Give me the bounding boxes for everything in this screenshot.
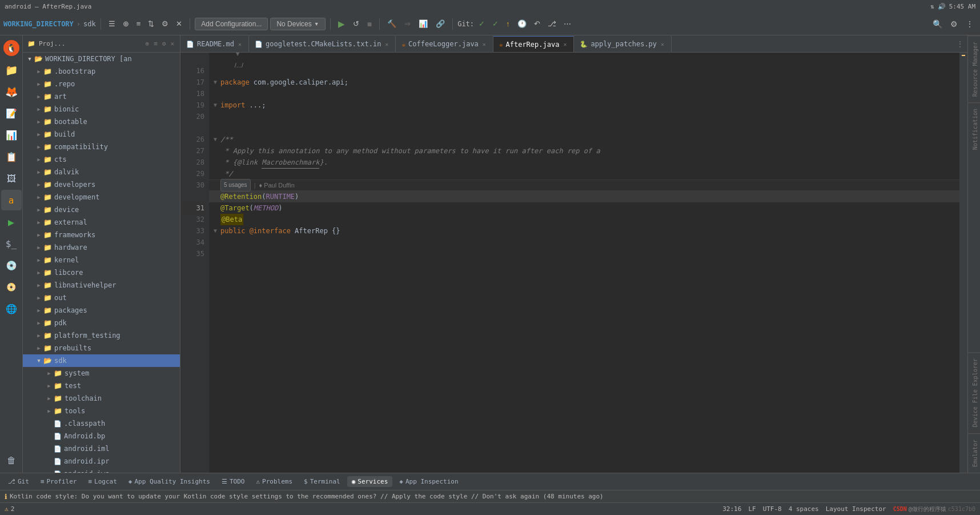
trash-button[interactable]: 🗑	[1, 450, 22, 470]
fold-27[interactable]: ▼	[214, 134, 217, 145]
tree-item-dalvik[interactable]: ▶ 📁 dalvik	[23, 166, 180, 178]
tree-item-android-iws[interactable]: ▶ 📄 android.iws	[23, 468, 180, 473]
tree-item-bootable[interactable]: ▶ 📁 bootable	[23, 115, 180, 128]
project-view-btn[interactable]: ☰	[106, 18, 118, 30]
git-rollback-btn[interactable]: ↶	[531, 18, 543, 30]
profile-btn[interactable]: 📊	[416, 18, 431, 30]
terminal-button[interactable]: $_	[1, 233, 22, 254]
tree-item-test[interactable]: ▶ 📁 test	[23, 380, 180, 392]
tree-item-pdk[interactable]: ▶ 📁 pdk	[23, 317, 180, 329]
panel-close-icon[interactable]: ✕	[169, 39, 175, 49]
fold-icon[interactable]: ▼	[235, 53, 241, 57]
bottom-tab-todo[interactable]: ☰ TODO	[217, 476, 250, 487]
panel-settings-btn[interactable]: ⚙	[159, 18, 171, 30]
sort-btn[interactable]: ⇅	[145, 18, 157, 30]
googletest-tab-close[interactable]: ✕	[384, 41, 389, 48]
tree-item-platform-testing[interactable]: ▶ 📁 platform_testing	[23, 329, 180, 342]
tab-readme[interactable]: 📄 README.md ✕	[180, 36, 249, 52]
deploy-btn[interactable]: ⇒	[401, 18, 413, 30]
bottom-tab-git[interactable]: ⎇ Git	[3, 476, 34, 487]
tree-item-cts[interactable]: ▶ 📁 cts	[23, 153, 180, 166]
encoding-status[interactable]: UTF-8	[763, 505, 782, 513]
tree-item-compatibility[interactable]: ▶ 📁 compatibility	[23, 141, 180, 153]
tree-item-android-iml[interactable]: ▶ 📄 android.iml	[23, 442, 180, 455]
tree-item-libcore[interactable]: ▶ 📁 libcore	[23, 266, 180, 279]
tab-after-rep[interactable]: ☕ AfterRep.java ✕	[493, 36, 575, 52]
no-devices-button[interactable]: No Devices ▼	[270, 18, 325, 30]
tree-item-developers[interactable]: ▶ 📁 developers	[23, 178, 180, 191]
spreadsheet-button[interactable]: 📊	[1, 125, 22, 145]
bottom-tab-profiler[interactable]: ≡ Profiler	[36, 476, 82, 487]
tree-item-bootstrap[interactable]: ▶ 📁 .bootstrap	[23, 65, 180, 78]
git-update-btn[interactable]: ↑	[503, 18, 513, 30]
after-rep-tab-close[interactable]: ✕	[562, 41, 568, 48]
line-col-status[interactable]: 32:16	[722, 505, 741, 513]
tree-item-libnativehelper[interactable]: ▶ 📁 libnativehelper	[23, 279, 180, 292]
filter-btn[interactable]: ≡	[134, 18, 144, 30]
usages-count[interactable]: 5 usages	[220, 179, 251, 191]
apply-patches-tab-close[interactable]: ✕	[660, 41, 665, 48]
close-panel-btn[interactable]: ✕	[173, 18, 185, 30]
bottom-tab-problems[interactable]: ⚠ Problems	[251, 476, 297, 487]
emulator-tab[interactable]: Emulator	[968, 433, 980, 473]
tree-item-frameworks[interactable]: ▶ 📁 frameworks	[23, 229, 180, 241]
git-more-btn[interactable]: ⋯	[561, 18, 574, 30]
tree-item-art[interactable]: ▶ 📁 art	[23, 90, 180, 103]
panel-filter-icon[interactable]: ≡	[152, 39, 159, 49]
document-button[interactable]: 📋	[1, 146, 22, 167]
lf-status[interactable]: LF	[748, 505, 756, 513]
warning-status[interactable]: ⚠ 2	[5, 505, 14, 513]
tree-item-packages[interactable]: ▶ 📁 packages	[23, 304, 180, 317]
build-btn[interactable]: 🔨	[384, 18, 399, 30]
tree-item-prebuilts[interactable]: ▶ 📁 prebuilts	[23, 342, 180, 354]
git-history-btn[interactable]: 🕐	[515, 18, 529, 30]
notification-tab[interactable]: Notification	[968, 102, 980, 155]
tree-item-classpath[interactable]: ▶ 📄 .classpath	[23, 417, 180, 430]
fold-34[interactable]: ▼	[214, 225, 217, 237]
layout-inspector-status[interactable]: Layout Inspector	[826, 505, 886, 513]
tree-item-development[interactable]: ▶ 📁 development	[23, 191, 180, 203]
bottom-tab-services[interactable]: ◉ Services	[347, 476, 393, 487]
more-btn[interactable]: ⋮	[963, 18, 977, 30]
code-content[interactable]: ▼ /.../ ▼ package com.google.caliper.api…	[209, 53, 959, 473]
stop-button[interactable]: ■	[364, 18, 375, 30]
resource-manager-tab[interactable]: Resource Manager	[968, 35, 980, 102]
tabs-more-btn[interactable]: ⋮	[953, 36, 967, 52]
tree-item-system[interactable]: ▶ 📁 system	[23, 367, 180, 380]
settings-btn[interactable]: ⚙	[947, 18, 961, 30]
rerun-button[interactable]: ↺	[350, 18, 362, 30]
tree-item-android-bp[interactable]: ▶ 📄 Android.bp	[23, 430, 180, 442]
git-push-btn[interactable]: ✓	[489, 18, 501, 30]
tree-item-device[interactable]: ▶ 📁 device	[23, 203, 180, 216]
tree-item-out[interactable]: ▶ 📁 out	[23, 292, 180, 304]
project-tree[interactable]: ▼ 📂 WORKING_DIRECTORY [an ▶ 📁 .bootstrap…	[23, 53, 180, 473]
android-studio-button[interactable]: ▶	[1, 211, 22, 232]
image-viewer-button[interactable]: 🖼	[1, 168, 22, 189]
tab-apply-patches[interactable]: 🐍 apply_patches.py ✕	[574, 36, 672, 52]
amazon-button[interactable]: a	[1, 190, 22, 210]
project-root-item[interactable]: ▼ 📂 WORKING_DIRECTORY [an	[23, 53, 180, 65]
tree-item-sdk[interactable]: ▼ 📂 sdk	[23, 354, 180, 367]
text-editor-button[interactable]: 📝	[1, 103, 22, 123]
tree-item-hardware[interactable]: ▶ 📁 hardware	[23, 241, 180, 254]
spaces-status[interactable]: 4 spaces	[789, 505, 819, 513]
sync-btn[interactable]: ⊕	[120, 18, 132, 30]
coffee-tab-close[interactable]: ✕	[481, 41, 487, 48]
disk-button[interactable]: 💿	[1, 255, 22, 276]
fold-17[interactable]: ▼	[214, 77, 217, 88]
bottom-tab-logcat[interactable]: ≡ Logcat	[83, 476, 121, 487]
network-button[interactable]: 🌐	[1, 298, 22, 319]
attach-btn[interactable]: 🔗	[433, 18, 448, 30]
tree-item-bionic[interactable]: ▶ 📁 bionic	[23, 103, 180, 115]
panel-collapse-icon[interactable]: ⊕	[144, 39, 151, 49]
run-config-button[interactable]: Add Configuration...	[195, 18, 268, 30]
tab-coffee-logger[interactable]: ☕ CoffeeLogger.java ✕	[396, 36, 493, 52]
tab-googletest[interactable]: 📄 googletest.CMakeLists.txt.in ✕	[249, 36, 396, 52]
bottom-tab-app-inspection[interactable]: ◈ App Inspection	[395, 476, 463, 487]
readme-tab-close[interactable]: ✕	[237, 41, 243, 48]
dvd-button[interactable]: 📀	[1, 277, 22, 297]
tree-item-build[interactable]: ▶ 📁 build	[23, 128, 180, 141]
tree-item-tools[interactable]: ▶ 📁 tools	[23, 405, 180, 417]
device-file-explorer-tab[interactable]: Device File Explorer	[968, 352, 980, 433]
tree-item-android-ipr[interactable]: ▶ 📄 android.ipr	[23, 455, 180, 468]
